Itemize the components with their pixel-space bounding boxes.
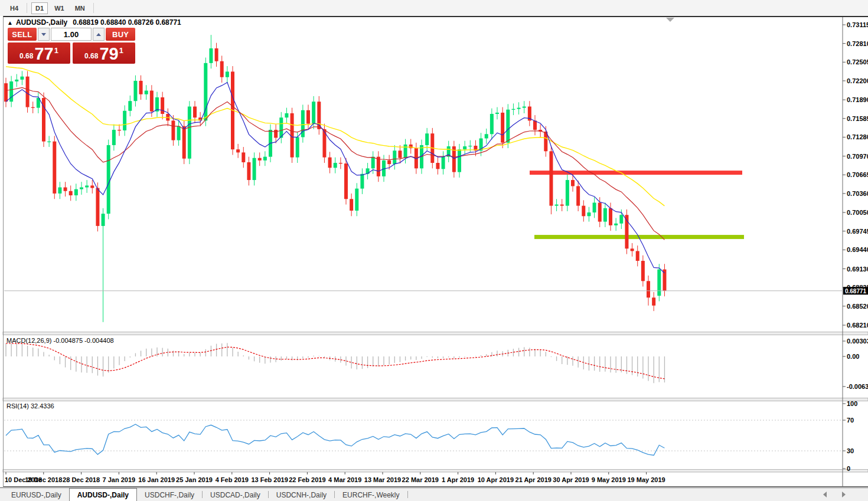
candle <box>209 48 213 63</box>
sell-price-tile[interactable]: 0.68 77 1 <box>8 42 70 64</box>
candle <box>220 61 224 77</box>
candle <box>236 149 240 152</box>
candle <box>468 146 472 146</box>
rsi-axis-label: 70 <box>847 417 854 424</box>
chart-tab-audusd[interactable]: AUDUSD-,Daily <box>69 488 137 501</box>
chart-tab-usdcnh[interactable]: USDCNH-,Daily <box>269 488 334 501</box>
date-axis-label: 22 Feb 2019 <box>289 476 325 483</box>
date-axis-label: 25 Jan 2019 <box>176 476 213 483</box>
macd-pane: 0.0030350.00-0.006311 <box>6 338 868 390</box>
candle <box>350 199 353 211</box>
candle <box>285 113 288 117</box>
chart-tab-usdchf[interactable]: USDCHF-,Daily <box>137 488 202 501</box>
candle <box>253 158 256 180</box>
candle <box>652 297 655 305</box>
chart-ohlc-values: 0.68819 0.68840 0.68726 0.68771 <box>73 18 181 27</box>
chart-canvas[interactable]: 0.731150.728100.725050.722000.718900.715… <box>0 0 868 501</box>
candle <box>139 81 143 94</box>
candle <box>64 188 67 191</box>
date-axis-label: 9 May 2019 <box>592 476 626 483</box>
price-axis-label: 0.69440 <box>847 246 868 253</box>
candle <box>263 157 267 161</box>
candle <box>631 248 634 251</box>
candle <box>102 214 105 226</box>
ma-fast-blue-line <box>6 83 664 273</box>
candle <box>47 142 51 142</box>
candle <box>506 110 510 143</box>
candle <box>511 109 515 110</box>
candle <box>501 113 504 143</box>
price-axis-label: 0.72505 <box>847 58 868 66</box>
date-axis-label: 19 Dec 2018 <box>25 476 62 483</box>
volume-input[interactable]: 1.00 <box>51 28 92 41</box>
candle <box>582 206 585 217</box>
volume-decrease-button[interactable] <box>38 28 50 41</box>
candle <box>301 110 305 137</box>
candle <box>425 133 429 145</box>
candle <box>442 157 445 169</box>
candle <box>387 161 391 164</box>
candle <box>523 107 526 108</box>
buy-price-tile[interactable]: 0.68 79 1 <box>73 42 135 64</box>
sell-button[interactable]: SELL <box>8 28 37 41</box>
candle <box>96 188 99 226</box>
spinner-up-icon <box>96 33 101 36</box>
candle <box>177 126 181 140</box>
candle <box>296 137 299 157</box>
candle <box>150 91 154 112</box>
chart-tab-usdcad[interactable]: USDCAD-,Daily <box>203 488 268 501</box>
price-axis-label: 0.71890 <box>847 96 868 103</box>
date-axis-label: 19 May 2019 <box>627 476 665 483</box>
candle <box>436 163 439 169</box>
candle <box>371 157 375 169</box>
candle <box>463 146 466 149</box>
macd-axis-label: -0.006311 <box>847 383 868 390</box>
chart-tab-eurchf[interactable]: EURCHF-,Weekly <box>335 488 407 501</box>
candle <box>118 130 121 130</box>
sell-price-point: 1 <box>54 46 58 55</box>
candle <box>69 191 73 195</box>
candle <box>80 188 83 189</box>
date-axis: 10 Dec 201819 Dec 201828 Dec 20187 Jan 2… <box>5 472 665 483</box>
tab-separator <box>407 491 408 498</box>
candle <box>619 215 623 224</box>
price-axis-label: 0.72810 <box>847 40 868 47</box>
candle <box>145 91 148 94</box>
candle <box>360 174 364 189</box>
candle <box>404 145 407 158</box>
candle <box>334 163 337 168</box>
candle <box>647 281 650 297</box>
volume-increase-button[interactable] <box>93 28 105 41</box>
date-axis-label: 7 Jan 2019 <box>103 476 136 483</box>
candle <box>90 185 94 188</box>
candle <box>123 111 126 130</box>
candle <box>306 110 310 124</box>
candle <box>112 130 116 145</box>
candle <box>549 151 553 205</box>
candle <box>53 142 56 194</box>
buy-price-point: 1 <box>119 46 123 55</box>
candle <box>344 163 348 199</box>
date-axis-label: 30 Apr 2019 <box>553 476 589 483</box>
candle <box>355 189 358 211</box>
chart-shift-marker-icon[interactable] <box>666 18 674 22</box>
macd-indicator-label: MACD(12,26,9) -0.004875 -0.004408 <box>6 337 114 344</box>
one-click-trading-panel: SELL 1.00 BUY 0.68 77 1 0.68 79 1 <box>8 28 135 64</box>
rsi-pane: 10070300 <box>4 400 857 472</box>
rsi-indicator-label: RSI(14) 32.4336 <box>6 402 54 410</box>
one-click-trading-arrow-icon[interactable]: ▲ <box>7 19 13 26</box>
candle <box>587 212 590 216</box>
macd-axis-label: 0.00 <box>847 353 859 360</box>
resistance-line[interactable] <box>530 171 742 175</box>
candle <box>242 152 245 162</box>
chart-tab-eurusd[interactable]: EURUSD-,Daily <box>4 488 69 501</box>
buy-button[interactable]: BUY <box>106 28 135 41</box>
candle <box>193 107 197 118</box>
price-axis-label: 0.71585 <box>847 115 868 122</box>
tab-scroll-right-button[interactable] <box>842 492 846 497</box>
candle <box>312 101 315 123</box>
candle <box>328 158 332 168</box>
tab-scroll-left-button[interactable] <box>823 492 827 497</box>
date-axis-label: 13 Mar 2019 <box>364 476 401 483</box>
rsi-axis-label: 30 <box>847 447 854 454</box>
